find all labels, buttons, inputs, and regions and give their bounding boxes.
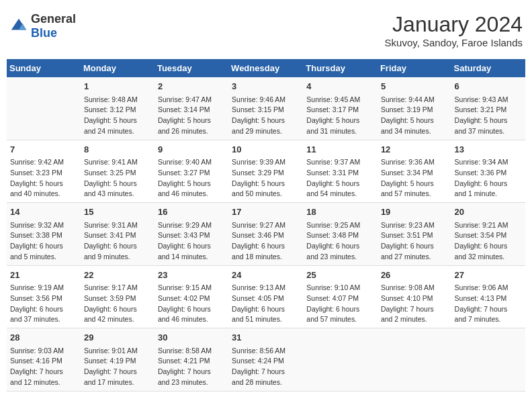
calendar-cell [7,77,81,140]
calendar-cell: 12Sunrise: 9:36 AMSunset: 3:34 PMDayligh… [378,140,451,203]
calendar-week-row: 7Sunrise: 9:42 AMSunset: 3:23 PMDaylight… [7,140,525,203]
day-info-line: Daylight: 6 hours [455,241,522,252]
day-info-line: Sunset: 3:46 PM [232,230,300,241]
calendar-week-row: 21Sunrise: 9:19 AMSunset: 3:56 PMDayligh… [7,265,525,328]
calendar-cell: 29Sunrise: 9:01 AMSunset: 4:19 PMDayligh… [81,328,154,392]
day-number: 11 [306,143,374,156]
day-info-line: Daylight: 7 hours [10,367,77,377]
weekday-header-monday: Monday [81,59,154,77]
day-info-line: Sunrise: 9:23 AM [381,220,448,231]
calendar-cell: 24Sunrise: 9:13 AMSunset: 4:05 PMDayligh… [228,265,303,328]
calendar-cell: 8Sunrise: 9:41 AMSunset: 3:25 PMDaylight… [81,140,154,203]
day-number: 8 [84,143,151,156]
day-info-line: and 50 minutes. [232,189,300,199]
day-number: 10 [232,143,300,156]
calendar-cell: 5Sunrise: 9:44 AMSunset: 3:19 PMDaylight… [378,77,451,140]
calendar-cell: 6Sunrise: 9:43 AMSunset: 3:21 PMDaylight… [451,77,525,140]
day-info-line: Sunset: 3:19 PM [381,105,448,116]
day-number: 19 [381,205,448,219]
day-info-line: and 34 minutes. [381,126,448,137]
day-info-line: Daylight: 5 hours [84,179,151,189]
calendar-cell: 26Sunrise: 9:08 AMSunset: 4:10 PMDayligh… [378,265,451,328]
day-info-line: Daylight: 6 hours [84,241,151,252]
day-info-line: Sunrise: 9:39 AM [232,157,300,168]
day-info-line: Daylight: 6 hours [306,304,374,315]
day-info-line: Sunrise: 9:17 AM [84,283,151,293]
logo-icon [9,17,28,36]
calendar-cell: 9Sunrise: 9:40 AMSunset: 3:27 PMDaylight… [154,140,228,203]
day-info-line: Sunrise: 9:47 AM [158,95,225,105]
day-info-line: and 43 minutes. [84,189,151,199]
weekday-header-wednesday: Wednesday [228,59,303,77]
day-info-line: Daylight: 6 hours [381,241,448,252]
day-info-line: and 24 minutes. [84,126,151,137]
day-number: 12 [381,143,448,156]
day-info-line: Sunset: 3:21 PM [455,105,522,116]
weekday-header-sunday: Sunday [7,59,81,77]
day-info-line: and 27 minutes. [381,252,448,263]
calendar-week-row: 28Sunrise: 9:03 AMSunset: 4:16 PMDayligh… [7,328,525,392]
day-number: 31 [232,331,300,345]
day-info-line: Sunrise: 9:13 AM [232,283,300,293]
day-info-line: Daylight: 7 hours [455,304,522,315]
day-info-line: Sunset: 4:07 PM [306,293,374,304]
day-info-line: Daylight: 5 hours [306,179,374,189]
day-info-line: Sunrise: 9:44 AM [381,95,448,105]
day-info-line: and 1 minute. [455,189,522,199]
day-number: 23 [158,269,225,282]
day-number: 17 [232,205,300,219]
day-info-line: and 51 minutes. [232,314,300,325]
day-info-line: and 26 minutes. [158,126,225,137]
day-info-line: Sunset: 3:31 PM [306,168,374,179]
day-info-line: Sunrise: 8:58 AM [158,346,225,357]
day-info-line: Daylight: 5 hours [306,116,374,126]
day-info-line: Daylight: 5 hours [158,179,225,189]
day-info-line: Daylight: 7 hours [158,367,225,377]
day-info-line: Sunset: 4:02 PM [158,293,225,304]
day-number: 29 [84,331,151,345]
day-number: 6 [455,80,522,93]
day-info-line: Sunrise: 8:56 AM [232,346,300,357]
day-info-line: Daylight: 6 hours [455,179,522,189]
day-info-line: Sunrise: 9:40 AM [158,157,225,168]
weekday-header-row: SundayMondayTuesdayWednesdayThursdayFrid… [7,59,525,77]
day-info-line: Daylight: 6 hours [232,304,300,315]
day-info-line: and 37 minutes. [455,126,522,137]
day-info-line: Sunset: 3:43 PM [158,230,225,241]
day-info-line: Daylight: 5 hours [381,179,448,189]
day-info-line: and 57 minutes. [306,314,374,325]
day-info-line: Sunrise: 9:42 AM [10,157,77,168]
weekday-header-tuesday: Tuesday [154,59,228,77]
day-info-line: Sunset: 3:51 PM [381,230,448,241]
day-number: 16 [158,205,225,219]
weekday-header-saturday: Saturday [451,59,525,77]
day-info-line: and 9 minutes. [84,252,151,263]
day-info-line: Sunrise: 9:41 AM [84,157,151,168]
day-info-line: Daylight: 7 hours [381,304,448,315]
day-info-line: Sunset: 3:48 PM [306,230,374,241]
day-info-line: Sunrise: 9:19 AM [10,283,77,293]
calendar-cell: 18Sunrise: 9:25 AMSunset: 3:48 PMDayligh… [303,203,378,266]
day-info-line: Sunset: 3:25 PM [84,168,151,179]
day-number: 4 [306,80,374,93]
day-info-line: and 7 minutes. [455,314,522,325]
day-info-line: and 40 minutes. [10,189,77,199]
calendar-cell: 31Sunrise: 8:56 AMSunset: 4:24 PMDayligh… [228,328,303,392]
day-info-line: Sunrise: 9:01 AM [84,346,151,357]
day-info-line: Sunrise: 9:10 AM [306,283,374,293]
day-info-line: Daylight: 5 hours [10,179,77,189]
day-info-line: Daylight: 5 hours [455,116,522,126]
day-info-line: Sunrise: 9:08 AM [381,283,448,293]
day-info-line: Sunset: 3:54 PM [455,230,522,241]
day-info-line: and 57 minutes. [381,189,448,199]
day-info-line: Daylight: 5 hours [232,116,300,126]
day-info-line: Sunset: 4:19 PM [84,356,151,367]
day-info-line: Sunset: 3:34 PM [381,168,448,179]
day-number: 21 [10,269,77,282]
day-info-line: Sunrise: 9:29 AM [158,220,225,231]
day-info-line: Sunset: 3:12 PM [84,105,151,116]
day-info-line: Sunrise: 9:31 AM [84,220,151,231]
calendar-cell: 20Sunrise: 9:21 AMSunset: 3:54 PMDayligh… [451,203,525,266]
calendar-cell: 27Sunrise: 9:06 AMSunset: 4:13 PMDayligh… [451,265,525,328]
day-number: 7 [10,143,77,156]
